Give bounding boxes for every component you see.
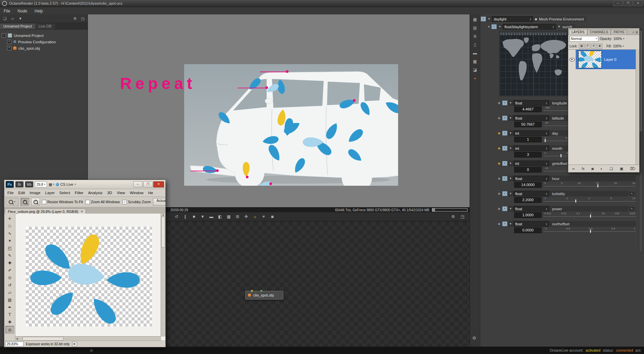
visibility-toggle[interactable] [568, 50, 576, 69]
tool-preset-button[interactable]: ▾ [6, 198, 18, 206]
collapse-icon[interactable]: − [2, 33, 6, 38]
expand-icon[interactable]: + [7, 40, 11, 44]
ps-menu-edit[interactable]: Edit [16, 191, 28, 195]
horizontal-scrollbar[interactable]: ◀ [15, 336, 161, 341]
node-socket-icon[interactable]: ▪ [502, 146, 507, 151]
zoom-level-field[interactable]: 29,8 ▾ [35, 181, 47, 187]
zoom-tool[interactable]: ◎ [5, 326, 14, 334]
slider-handle[interactable] [560, 154, 561, 157]
node-socket-icon[interactable]: ▪ [502, 191, 507, 196]
tab-channels[interactable]: CHANNELS [587, 29, 611, 35]
expand-icon[interactable]: + [7, 46, 11, 50]
tab-paths[interactable]: PATHS [611, 29, 627, 35]
gradient-tool[interactable]: ▤ [6, 296, 14, 303]
param-slider[interactable]: -1-0.50.00.51 [544, 227, 636, 233]
node-pin[interactable] [260, 290, 262, 292]
checkbox-scrubby-zoom[interactable]: ✓Scrubby Zoom [122, 200, 151, 204]
tree-item-project[interactable]: − Unnamed Project [2, 32, 86, 39]
param-type-dropdown[interactable]: int▲▼ [514, 145, 549, 151]
param-type-dropdown[interactable]: int▲▼ [514, 130, 549, 136]
actual-pixels-button[interactable]: Actual [153, 198, 165, 206]
collapse-caret-icon[interactable]: ▼ [509, 177, 512, 180]
color-picker-icon[interactable]: ✜ [243, 214, 249, 220]
param-type-dropdown[interactable]: float▲▼ [514, 115, 549, 121]
collapse-caret-icon[interactable]: ▼ [498, 25, 501, 28]
photoshop-titlebar[interactable]: Ps Br Mb 29,8 ▾ ▦ ▾ CS Live ▾ ─ ❐ ✕ [4, 180, 165, 189]
ps-menu-select[interactable]: Select [57, 191, 72, 195]
collapse-arrows-icon[interactable]: « [632, 31, 634, 34]
image-icon[interactable]: ◪ [472, 68, 478, 73]
material-ball-icon[interactable]: ● [472, 76, 478, 81]
refresh-render-icon[interactable]: ↺ [173, 214, 179, 220]
layer-mask-icon[interactable]: ◙ [591, 167, 594, 171]
pause-render-icon[interactable]: ∥ [182, 214, 188, 220]
curve-button[interactable]: ∿ [629, 206, 635, 211]
outline-icon[interactable]: ≣ [472, 34, 478, 39]
param-value-field[interactable]: 0.0000 [514, 227, 542, 233]
collapse-caret-icon[interactable]: ▼ [488, 17, 490, 20]
bridge-button[interactable]: Br [15, 181, 23, 187]
mini-bridge-button[interactable]: Mb [25, 181, 33, 187]
lock-pixels-icon[interactable]: ✐ [585, 44, 590, 49]
checkbox-icon[interactable] [42, 200, 46, 204]
close-icon[interactable]: ✕ [80, 210, 83, 213]
layers-panel[interactable]: LAYERSCHANNELSPATHS«≣ Normal ▾ Opacity: … [568, 28, 640, 173]
grid-toggle-icon[interactable]: ⊞ [90, 348, 93, 353]
marquee-tool[interactable]: □ [6, 222, 14, 229]
stop-render-icon[interactable]: ■ [191, 214, 197, 220]
maximize-button[interactable]: ❐ [623, 1, 633, 6]
collapse-caret-icon[interactable]: ▼ [509, 147, 512, 150]
node-socket-icon[interactable]: ▪ [502, 221, 507, 226]
ps-menu-file[interactable]: File [5, 191, 16, 195]
slider-handle[interactable] [545, 139, 546, 142]
node-clio-spot-obj[interactable]: clio_spot.obj [245, 291, 283, 300]
param-type-dropdown[interactable]: float▲▼ [514, 191, 549, 196]
type-tool[interactable]: T [6, 311, 14, 318]
ps-menu-3d[interactable]: 3D [105, 191, 114, 195]
lock-position-icon[interactable]: ✛ [591, 44, 596, 49]
param-type-dropdown[interactable]: float▲▼ [514, 221, 549, 227]
spinner-icon[interactable]: ▲▼ [544, 132, 547, 135]
node-socket-icon[interactable]: ▪ [502, 161, 507, 166]
compare-icon[interactable]: ◧ [217, 214, 223, 220]
delete-layer-icon[interactable]: ⌦ [630, 167, 635, 171]
film-icon[interactable]: ▬ [472, 51, 478, 56]
vertical-scrollbar[interactable]: ▲ [161, 214, 165, 337]
collapse-caret-icon[interactable]: ▼ [509, 192, 512, 195]
close-button[interactable]: ✕ [153, 181, 164, 187]
world-map[interactable] [499, 31, 568, 96]
param-type-dropdown[interactable]: float▲▼ [514, 176, 549, 181]
wrench-icon[interactable]: ⚙ [472, 336, 476, 341]
param-type-dropdown[interactable]: float▲▼ [514, 100, 549, 106]
layer-group-icon[interactable]: ❏ [609, 167, 613, 171]
spinner-icon[interactable]: ▲▼ [544, 192, 547, 195]
menu-node[interactable]: Node [14, 9, 31, 13]
environment-type-dropdown[interactable]: daylight ▲▼ [492, 16, 533, 22]
node-socket-icon[interactable]: ▪ [502, 176, 507, 181]
lock-all-icon[interactable]: ◙ [597, 44, 602, 49]
ps-menu-layer[interactable]: Layer [43, 191, 57, 195]
spinner-icon[interactable]: ▲▼ [551, 26, 554, 28]
node-socket-icon[interactable]: ▪ [502, 116, 507, 121]
new-project-icon[interactable]: ❏ [2, 16, 8, 21]
checkbox-resize-windows-to-fit[interactable]: Resize Windows To Fit [42, 200, 83, 204]
lasso-tool[interactable]: ∿ [6, 230, 14, 237]
node-pin[interactable] [251, 290, 253, 292]
film-icon[interactable]: ▬ [208, 214, 214, 220]
spinner-icon[interactable]: ▲▼ [544, 102, 547, 104]
checkbox-zoom-all-windows[interactable]: Zoom All Windows [86, 200, 120, 204]
tab-live-db[interactable]: Live DB [35, 24, 55, 29]
status-menu-arrow-icon[interactable]: ▶ [72, 342, 77, 347]
collapse-caret-icon[interactable]: ▼ [509, 117, 512, 120]
spinner-icon[interactable]: ▲▼ [544, 117, 547, 120]
wrench-icon[interactable]: ⚙ [450, 214, 456, 220]
expand-icon[interactable]: ◳ [460, 214, 466, 220]
slider-handle[interactable] [590, 215, 591, 218]
node-socket-icon[interactable]: ▪ [502, 100, 507, 105]
spinner-icon[interactable]: ▲▼ [544, 208, 547, 210]
param-type-dropdown[interactable]: float▲▼ [514, 206, 549, 212]
collapse-caret-icon[interactable]: ▼ [509, 162, 512, 165]
wrench-icon[interactable]: ⚙ [72, 16, 78, 21]
curve-button[interactable]: ∿ [629, 191, 635, 196]
healing-brush-tool[interactable]: ✚ [6, 259, 14, 266]
